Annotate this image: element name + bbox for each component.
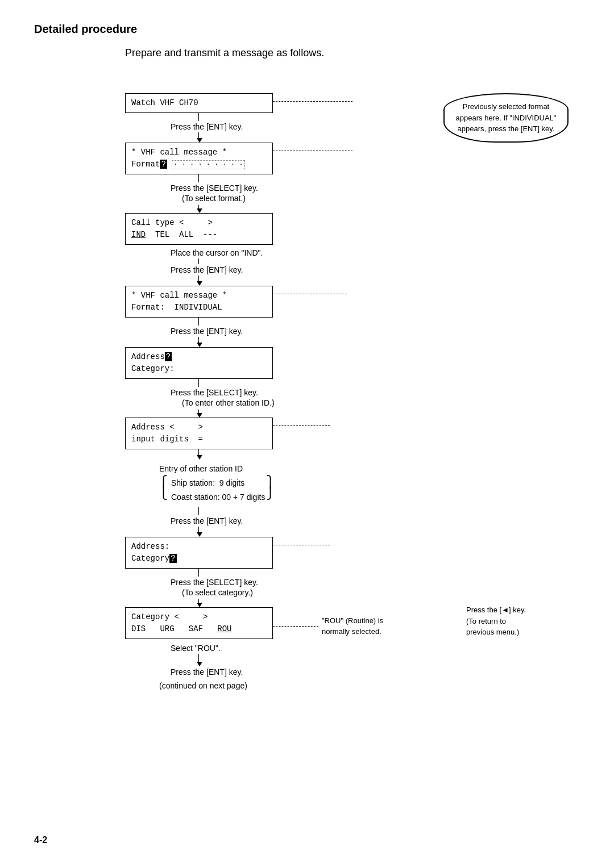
box-format-individual: * VHF call message * Format: INDIVIDUAL (125, 286, 273, 318)
diagram-area: Previously selected format appears here.… (125, 93, 569, 690)
select-rou-label: Select "ROU". (171, 644, 221, 653)
address-cursor: ? (165, 352, 172, 361)
section-title: Detailed procedure (34, 23, 580, 36)
step-select-1-sub: (To select format.) (182, 194, 246, 203)
step-ent-1: Press the [ENT] key. (171, 122, 243, 131)
continued-label: (continued on next page) (159, 681, 247, 690)
step-select-3-sub: (To select category.) (182, 588, 253, 597)
step-select-2-sub: (To enter other station ID.) (182, 398, 275, 407)
step-ent-5: Press the [ENT] key. (171, 667, 243, 677)
dashed-format-right (273, 151, 352, 151)
box-vhf-format: * VHF call message * Format? · · · · · ·… (125, 143, 273, 174)
step-select-3: Press the [SELECT] key. (171, 578, 258, 587)
station-id-note: Entry of other station ID ⎧⎩ Ship statio… (159, 462, 569, 505)
step-select-1: Press the [SELECT] key. (171, 183, 258, 193)
intro-text: Prepare and transmit a message as follow… (125, 47, 580, 59)
box-call-type: Call type < > IND TEL ALL --- (125, 213, 273, 245)
category-cursor: ? (169, 554, 176, 563)
box-address-input: Address < > input digits = (125, 418, 273, 449)
rou-dashed-line: "ROU" (Routine) isnormally selected. (273, 615, 383, 637)
box-address-cat: Address? Category: (125, 347, 273, 379)
format-cursor: ? (160, 160, 167, 169)
step-ent-4: Press the [ENT] key. (171, 516, 243, 525)
dashed-individual-right (273, 294, 347, 294)
box-watch-vhf: Watch VHF CH70 (125, 93, 273, 113)
box-category: Category < > DIS URG SAF ROU (125, 607, 273, 639)
dashed-to-cloud (273, 101, 352, 102)
cursor-ind-label: Place the cursor on "IND". (171, 248, 263, 257)
page-number: 4-2 (34, 835, 47, 845)
dashed-address-right (273, 425, 330, 426)
step-ent-3: Press the [ENT] key. (171, 327, 243, 336)
step-ent-2: Press the [ENT] key. (171, 265, 243, 274)
box-address-cat2: Address: Category? (125, 537, 273, 569)
dashed-cat-right (273, 545, 330, 545)
step-select-2: Press the [SELECT] key. (171, 388, 258, 397)
